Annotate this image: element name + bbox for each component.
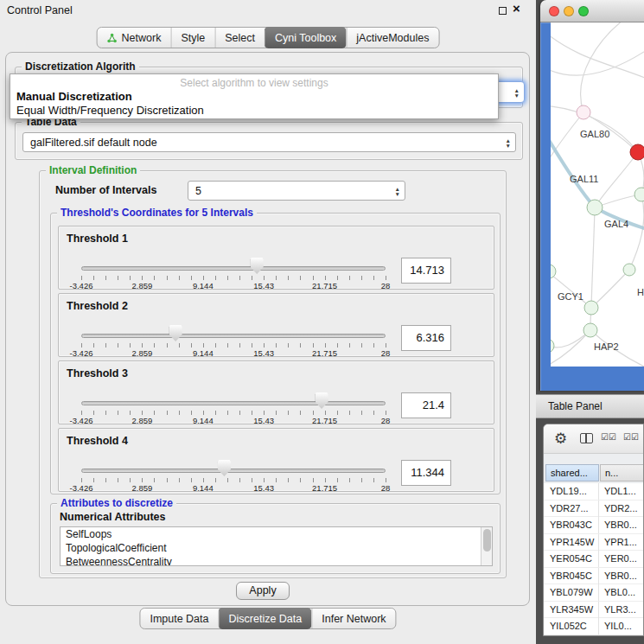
gear-icon[interactable]: ⚙ — [554, 430, 567, 448]
slider-tick-icon — [215, 411, 216, 415]
network-node[interactable] — [584, 301, 598, 315]
slider-thumb[interactable] — [218, 460, 231, 476]
table-cell-name[interactable]: YBR0... — [600, 568, 644, 584]
table-cell-shared-name[interactable]: YIL052C — [545, 618, 599, 634]
table-cell-name[interactable]: YIL0... — [600, 618, 644, 634]
table-row[interactable]: YBR045CYBR0... — [544, 568, 643, 585]
tab-cyni-toolbox[interactable]: Cyni Toolbox — [265, 27, 346, 48]
network-edge[interactable] — [551, 131, 595, 207]
slider-tick-label: -3.426 — [62, 416, 100, 425]
attribute-list-item[interactable]: BetweennessCentrality — [61, 555, 492, 566]
table-cell-name[interactable]: YBR0... — [600, 517, 644, 533]
table-cell-name[interactable]: YLR3... — [600, 602, 644, 618]
slider-tick-icon — [118, 343, 118, 348]
tab-style[interactable]: Style — [170, 28, 214, 48]
table-row[interactable]: YDR27...YDR2... — [544, 501, 643, 518]
columns-icon[interactable] — [580, 433, 593, 443]
select-all-checkboxes-icon[interactable]: ☑☑ — [601, 432, 616, 442]
table-data-combobox[interactable]: galFiltered.sif default node ▲ ▼ — [22, 132, 516, 152]
combo-stepper-icon[interactable]: ▲ ▼ — [506, 137, 511, 147]
network-edge[interactable] — [551, 271, 591, 308]
network-node[interactable] — [587, 200, 603, 215]
threshold-value-field[interactable]: 14.713 — [401, 258, 451, 284]
table-cell-name[interactable]: YPR1... — [600, 534, 644, 551]
slider-thumb[interactable] — [251, 258, 264, 274]
network-window-titlebar[interactable] — [540, 0, 644, 22]
slider-tick-icon — [288, 343, 289, 348]
network-node[interactable] — [577, 105, 590, 119]
slider-thumb[interactable] — [316, 392, 328, 409]
slider-tick-label: 2.859 — [123, 348, 161, 358]
number-of-intervals-combobox[interactable]: 5 ▲ ▼ — [188, 181, 405, 201]
table-row[interactable]: YLR345WYLR3... — [544, 602, 643, 619]
network-node[interactable] — [583, 323, 597, 337]
tab-impute-data[interactable]: Impute Data — [140, 609, 218, 628]
table-row[interactable]: YIL052CYIL0... — [544, 618, 643, 635]
float-window-icon[interactable] — [499, 7, 507, 15]
table-cell-shared-name[interactable]: YBR043C — [545, 517, 599, 533]
minimize-traffic-light-icon[interactable] — [564, 6, 574, 16]
table-cell-name[interactable]: YDL1... — [600, 483, 644, 500]
column-header-name[interactable]: n... — [600, 464, 644, 481]
close-traffic-light-icon[interactable] — [549, 6, 559, 16]
table-cell-name[interactable]: YBL0... — [600, 584, 644, 601]
network-canvas[interactable]: GAL80GAL11GAL4GCY1HAP2H — [551, 22, 644, 367]
tab-select[interactable]: Select — [214, 28, 265, 48]
tab-infer-network[interactable]: Infer Network — [311, 609, 395, 628]
tab-network[interactable]: Network — [98, 28, 171, 48]
network-node-selected[interactable] — [630, 144, 644, 160]
table-cell-shared-name[interactable]: YBR045C — [545, 568, 599, 584]
table-row[interactable]: YBL079WYBL0... — [544, 584, 643, 602]
network-node[interactable] — [623, 264, 635, 276]
numerical-attributes-list[interactable]: SelfLoopsTopologicalCoefficientBetweenne… — [60, 526, 493, 566]
table-cell-shared-name[interactable]: YER054C — [545, 551, 599, 567]
network-edge[interactable] — [551, 48, 644, 75]
table-row[interactable]: YER054CYER0... — [544, 551, 643, 568]
table-row[interactable]: YPR145WYPR1... — [544, 534, 643, 552]
list-scrollbar[interactable] — [481, 527, 492, 565]
attribute-list-item[interactable]: TopologicalCoefficient — [61, 541, 492, 555]
table-cell-name[interactable]: YER0... — [600, 551, 644, 567]
threshold-value-field[interactable]: 21.4 — [401, 392, 451, 418]
table-cell-shared-name[interactable]: YLR345W — [545, 602, 599, 618]
network-edge[interactable] — [595, 152, 638, 207]
slider-track[interactable] — [81, 334, 386, 338]
zoom-traffic-light-icon[interactable] — [578, 6, 589, 16]
network-edge[interactable] — [591, 207, 595, 308]
slider-track[interactable] — [81, 401, 386, 405]
table-row[interactable]: YBR043CYBR0... — [544, 517, 643, 534]
scrollbar-thumb[interactable] — [483, 529, 491, 552]
network-edge[interactable] — [591, 270, 629, 308]
slider-track[interactable] — [81, 469, 386, 473]
slider-track[interactable] — [81, 266, 386, 271]
table-cell-name[interactable]: YDR2... — [600, 501, 644, 517]
apply-button[interactable]: Apply — [236, 582, 290, 600]
slider-tick-icon — [118, 411, 118, 415]
network-edge[interactable] — [551, 112, 583, 168]
slider-thumb[interactable] — [169, 325, 182, 341]
network-node[interactable] — [634, 188, 644, 201]
threshold-value-field[interactable]: 11.344 — [401, 460, 451, 486]
network-node[interactable] — [551, 339, 554, 353]
table-cell-shared-name[interactable]: YBL079W — [545, 584, 599, 601]
network-edge[interactable] — [629, 194, 644, 270]
tab-discretize-data[interactable]: Discretize Data — [219, 608, 312, 629]
table-cell-shared-name[interactable]: YPR145W — [545, 534, 599, 551]
threshold-value-field[interactable]: 6.316 — [401, 325, 451, 351]
algorithm-option[interactable]: Manual Discretization — [15, 90, 494, 104]
network-graph: GAL80GAL11GAL4GCY1HAP2H — [551, 22, 644, 367]
combo-stepper-icon[interactable]: ▲ ▼ — [514, 87, 520, 97]
table-cell-shared-name[interactable]: YDL19... — [545, 483, 599, 500]
combo-stepper-icon[interactable]: ▲ ▼ — [395, 186, 400, 195]
select-columns-checkboxes-icon[interactable]: ☑☑ — [623, 432, 639, 442]
table-row[interactable]: YDL19...YDL1... — [544, 483, 643, 501]
tab-jactivemodules[interactable]: jActiveModules — [346, 28, 438, 48]
network-edge[interactable] — [581, 22, 627, 112]
algorithm-option[interactable]: Equal Width/Frequency Discretization — [15, 104, 494, 118]
table-cell-shared-name[interactable]: YDR27... — [545, 501, 599, 517]
network-node[interactable] — [551, 265, 556, 278]
column-header-shared-name[interactable]: shared... — [545, 464, 599, 481]
close-icon[interactable]: × — [513, 2, 520, 16]
attribute-list-item[interactable]: SelfLoops — [61, 527, 492, 541]
cyni-toolbox-panel: Discretization Algorith ▲ ▼ Select algor… — [5, 52, 530, 606]
